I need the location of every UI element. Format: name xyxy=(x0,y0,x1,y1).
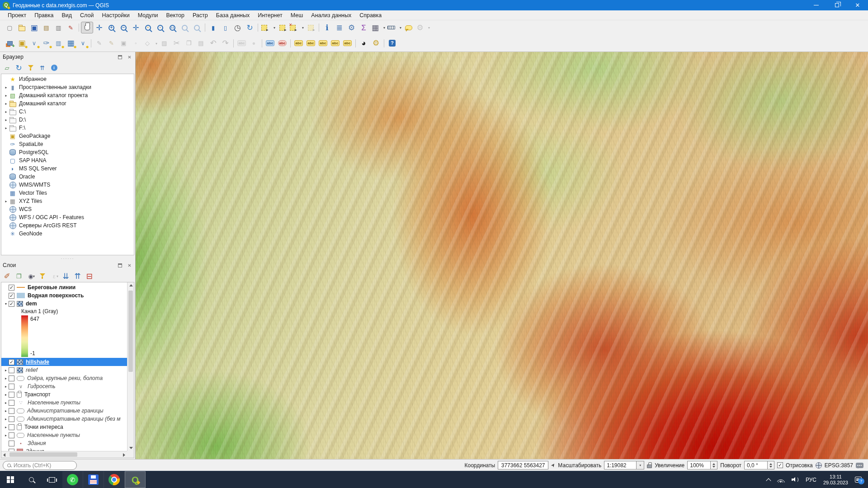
layers-float-button[interactable] xyxy=(117,263,123,268)
filter-legend-icon[interactable] xyxy=(37,271,47,281)
browser-item-oracle[interactable]: Oracle xyxy=(1,173,134,181)
crs-globe-icon[interactable] xyxy=(816,462,822,469)
layer-styling-icon[interactable]: ✐ xyxy=(2,271,12,281)
scroll-thumb[interactable] xyxy=(9,452,77,457)
menu-web[interactable]: Интернет xyxy=(254,11,287,19)
menu-analysis[interactable]: Анализ данных xyxy=(307,11,355,19)
taskbar-chrome-button[interactable] xyxy=(104,471,125,488)
expand-arrow-icon[interactable]: ▸ xyxy=(3,199,9,203)
identify-features-icon[interactable]: ℹ xyxy=(321,22,333,33)
browser-float-button[interactable] xyxy=(117,54,123,60)
layer-checkbox[interactable]: ✓ xyxy=(9,285,14,291)
expand-arrow-icon[interactable]: ▸ xyxy=(3,433,9,437)
toggle-editing-icon[interactable]: ✎ xyxy=(105,38,118,49)
expand-arrow-icon[interactable]: ▸ xyxy=(3,425,9,429)
minimize-button[interactable] xyxy=(806,0,826,10)
copy-features-icon[interactable]: ❐ xyxy=(183,38,195,49)
collapse-all-icon[interactable]: ⇈ xyxy=(72,271,83,281)
panel-splitter[interactable] xyxy=(0,256,135,260)
scale-input[interactable]: 1:19082 xyxy=(604,461,637,469)
new-print-layout-icon[interactable]: ▤ xyxy=(40,22,52,33)
pin-labels-icon[interactable]: abc xyxy=(292,38,305,49)
expand-arrow-icon[interactable]: ▾ xyxy=(3,302,9,306)
layer-checkbox[interactable] xyxy=(9,424,14,430)
browser-item-arcgis-rest[interactable]: Серверы ArcGIS REST xyxy=(1,221,134,230)
layer-hillshade[interactable]: ✓ hillshade xyxy=(1,358,134,366)
browser-item-drive-c[interactable]: ▸ C:\ xyxy=(1,108,134,116)
select-by-value-icon[interactable] xyxy=(276,22,288,33)
new-spatialite-icon[interactable]: ✑ xyxy=(40,38,52,49)
expand-arrow-icon[interactable]: ▸ xyxy=(3,368,9,372)
notification-icon[interactable]: 7 xyxy=(855,477,862,483)
expand-arrow-icon[interactable]: ▸ xyxy=(3,94,9,98)
attribute-table-icon[interactable]: ▦ xyxy=(370,22,386,33)
coords-extent-icon[interactable]: ➤ xyxy=(550,462,557,469)
expand-arrow-icon[interactable]: ▸ xyxy=(3,85,9,89)
layer-diagram-icon[interactable]: abc xyxy=(276,38,288,49)
zoom-to-layer-icon[interactable] xyxy=(142,22,154,33)
browser-item-spatialite[interactable]: ✑ SpatiaLite xyxy=(1,140,134,148)
highlight-labels-icon[interactable]: abc xyxy=(305,38,317,49)
taskbar-whatsapp-button[interactable] xyxy=(62,471,83,488)
search-settings-icon[interactable]: ⚙ xyxy=(415,22,431,33)
layer-checkbox[interactable] xyxy=(9,392,14,398)
menu-view[interactable]: Вид xyxy=(57,11,76,19)
browser-item-ms-sql-server[interactable]: ◗ MS SQL Server xyxy=(1,164,134,173)
zoom-to-selection-icon[interactable] xyxy=(154,22,166,33)
scroll-left-icon[interactable] xyxy=(3,453,5,457)
menu-database[interactable]: База данных xyxy=(212,11,254,19)
browser-item-wms-wmts[interactable]: WMS/WMTS xyxy=(1,181,134,189)
scroll-right-icon[interactable] xyxy=(123,453,125,457)
zoom-next-icon[interactable] xyxy=(191,22,203,33)
expand-arrow-icon[interactable]: ▸ xyxy=(3,126,9,130)
layer-settlements[interactable]: ▸ Населенные пункты xyxy=(1,431,134,439)
change-label-icon[interactable]: abc xyxy=(341,38,354,49)
scroll-thumb[interactable] xyxy=(128,291,133,372)
move-label-icon[interactable]: abc xyxy=(317,38,329,49)
paste-features-icon[interactable]: ▤ xyxy=(195,38,207,49)
cut-features-icon[interactable]: ✂ xyxy=(170,38,183,49)
task-view-button[interactable] xyxy=(42,471,62,488)
zoom-native-icon[interactable] xyxy=(166,22,179,33)
layer-checkbox[interactable] xyxy=(9,441,14,446)
add-group-icon[interactable]: ❐ xyxy=(14,271,24,281)
pan-to-selection-icon[interactable]: ✛ xyxy=(93,22,105,33)
volume-icon[interactable] xyxy=(792,477,799,483)
layers-horizontal-scrollbar[interactable] xyxy=(1,451,127,458)
filter-expression-icon[interactable]: ε xyxy=(49,271,59,281)
menu-help[interactable]: Справка xyxy=(355,11,386,19)
statistics-icon[interactable]: ≣ xyxy=(333,22,345,33)
expand-arrow-icon[interactable]: ▸ xyxy=(3,401,9,405)
layer-relief[interactable]: ▸ relief xyxy=(1,366,134,374)
layer-checkbox[interactable] xyxy=(9,408,14,414)
scale-dropdown-icon[interactable]: ▾ xyxy=(637,461,644,469)
menu-layer[interactable]: Слой xyxy=(76,11,98,19)
browser-item-geopackage[interactable]: ▣ GeoPackage xyxy=(1,132,134,140)
scroll-down-icon[interactable] xyxy=(129,447,133,449)
zoom-out-icon[interactable] xyxy=(118,22,130,33)
browser-item-drive-d[interactable]: ▸ D:\ xyxy=(1,116,134,124)
menu-settings[interactable]: Настройки xyxy=(98,11,133,19)
rotation-spinner[interactable] xyxy=(768,461,774,469)
tray-expand-icon[interactable] xyxy=(766,478,771,483)
save-project-icon[interactable]: ▣ xyxy=(28,22,40,33)
delete-selected-icon[interactable]: ▨ xyxy=(158,38,170,49)
select-by-form-icon[interactable] xyxy=(305,22,317,33)
layer-points-of-interest[interactable]: ▸ Точки интереса xyxy=(1,423,134,431)
new-bookmark-icon[interactable]: ▮ xyxy=(207,22,219,33)
messages-icon[interactable] xyxy=(856,463,863,468)
zoom-in-icon[interactable] xyxy=(105,22,118,33)
wifi-icon[interactable] xyxy=(777,477,785,483)
measure-icon[interactable] xyxy=(386,22,402,33)
show-bookmarks-icon[interactable]: ▯ xyxy=(219,22,231,33)
browser-collapse-icon[interactable]: ⇈ xyxy=(37,63,47,73)
deselect-features-icon[interactable] xyxy=(288,22,305,33)
layer-checkbox[interactable] xyxy=(9,432,14,438)
magnifier-input[interactable]: 100% xyxy=(687,461,711,469)
new-geopackage-icon[interactable]: ▣ xyxy=(16,38,28,49)
layer-checkbox[interactable] xyxy=(9,384,14,389)
new-project-icon[interactable]: ▢ xyxy=(4,22,16,33)
pan-map-icon[interactable] xyxy=(81,22,93,33)
rotation-input[interactable]: 0,0 ° xyxy=(744,461,768,469)
undo-icon[interactable]: ↶ xyxy=(207,38,219,49)
